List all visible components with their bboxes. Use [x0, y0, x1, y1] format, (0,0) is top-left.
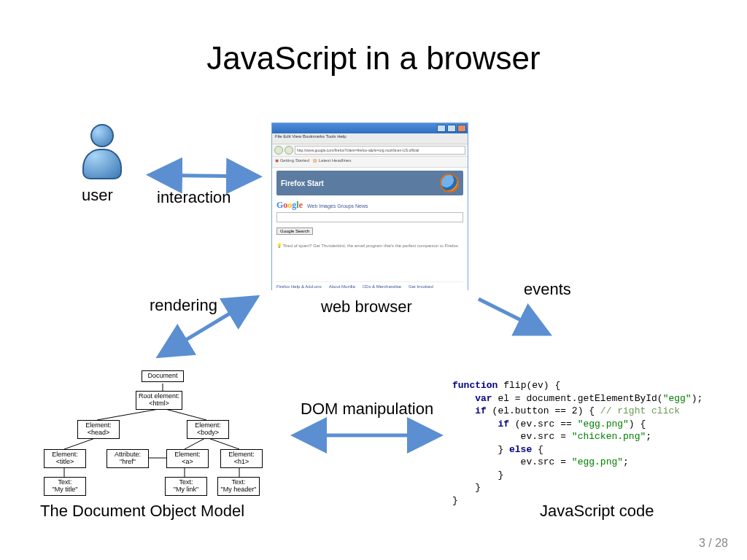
browser-titlebar	[272, 123, 468, 133]
dom-node-document: Document	[142, 370, 184, 382]
dom-node-body: Element: <body>	[187, 420, 229, 439]
label-dom-caption: The Document Object Model	[40, 502, 244, 521]
svg-line-5	[97, 408, 163, 420]
browser-thumbnail: File Edit View Bookmarks Tools Help http…	[271, 122, 468, 290]
label-js-caption: JavaScript code	[540, 502, 654, 521]
arrow-dom-manipulation	[290, 427, 444, 444]
firefox-start-banner: Firefox Start	[276, 171, 463, 195]
label-web-browser: web browser	[321, 298, 412, 316]
minimize-icon	[437, 125, 446, 132]
dom-node-root: Root element: <html>	[136, 391, 182, 410]
firefox-logo-icon	[440, 174, 459, 192]
label-dom-manipulation: DOM manipulation	[301, 400, 433, 419]
google-search-button: Google Search	[276, 228, 313, 235]
maximize-icon	[447, 125, 456, 132]
svg-line-6	[163, 408, 206, 420]
dom-tree: Document Root element: <html> Element: <…	[20, 370, 268, 498]
svg-line-9	[206, 438, 239, 449]
svg-line-0	[153, 175, 255, 176]
google-tabs: Web Images Groups News	[307, 203, 368, 209]
dom-node-h1: Element: <h1>	[220, 449, 263, 468]
forward-icon	[285, 146, 293, 155]
browser-toolbar: http://www.google.com/firefox?client=fir…	[272, 144, 468, 157]
tip-text: 💡 Tired of spam? Get Thunderbird, the em…	[276, 243, 463, 248]
bookmarks-bar: ◉ Getting Started ▧ Latest Headlines	[272, 157, 468, 168]
label-events: events	[524, 280, 571, 299]
bookmark-headlines: Latest Headlines	[319, 158, 352, 163]
label-interaction: interaction	[157, 188, 231, 207]
back-icon	[274, 146, 283, 155]
arrow-interaction	[146, 160, 263, 190]
browser-menubar: File Edit View Bookmarks Tools Help	[272, 133, 468, 144]
dom-node-a: Element: <a>	[166, 449, 209, 468]
label-rendering: rendering	[150, 296, 217, 315]
footer-links: Firefox Help & Add-ons About Mozilla CDs…	[276, 281, 463, 289]
slide: JavaScript in a browser user interaction…	[0, 0, 747, 560]
search-box	[276, 212, 463, 222]
dom-node-head: Element: <head>	[77, 420, 120, 439]
page-number: 3 / 28	[699, 537, 728, 550]
svg-line-7	[64, 438, 97, 449]
dom-node-attr-href: Attribute: "href"	[107, 449, 149, 468]
svg-line-8	[185, 438, 206, 449]
banner-text: Firefox Start	[281, 179, 324, 187]
code-block: function flip(ev) { var el = document.ge…	[452, 379, 729, 507]
bookmark-getting-started: Getting Started	[280, 158, 309, 163]
dom-node-title: Element: <title>	[44, 449, 86, 468]
svg-line-1	[479, 299, 546, 332]
google-logo-icon: Google	[276, 200, 303, 211]
label-user: user	[82, 186, 113, 205]
user-icon	[80, 124, 124, 179]
dom-node-text-link: Text: "My link"	[165, 477, 207, 496]
slide-title: JavaScript in a browser	[0, 40, 747, 77]
close-icon	[457, 125, 466, 132]
dom-node-text-header: Text: "My header"	[217, 477, 260, 496]
url-bar: http://www.google.com/firefox?client=fir…	[295, 146, 465, 155]
dom-node-text-title: Text: "My title"	[44, 477, 86, 496]
browser-content: Firefox Start Google Web Images Groups N…	[272, 168, 468, 292]
